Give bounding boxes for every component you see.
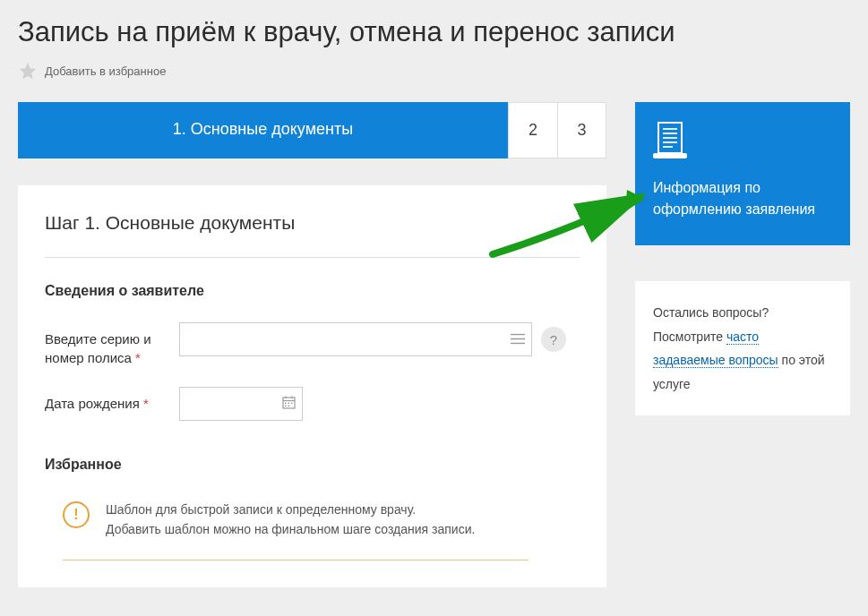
faq-text: Посмотрите часто задаваемые вопросы по э… [653,325,832,397]
help-button[interactable]: ? [541,327,566,352]
applicant-section-title: Сведения о заявителе [45,283,580,299]
main-column: 1. Основные документы 2 3 Шаг 1. Основны… [18,102,606,587]
info-card-title: Информация по оформлению заявления [653,177,832,220]
dob-input-container [179,387,303,421]
document-icon [653,120,832,163]
page-header: Запись на приём к врачу, отмена и перено… [0,0,868,88]
policy-input-container [179,322,532,356]
info-card[interactable]: Информация по оформлению заявления [635,102,850,245]
step-1-tab[interactable]: 1. Основные документы [18,102,508,158]
policy-input[interactable] [179,322,532,356]
sidebar: Информация по оформлению заявления Остал… [635,102,850,587]
favorites-block: Избранное ! Шаблон для быстрой записи к … [45,457,580,560]
policy-label: Введите серию и номер полиса * [45,322,179,367]
dob-label: Дата рождения * [45,387,179,413]
favorites-label: Добавить в избранное [45,64,166,78]
step-3-tab[interactable]: 3 [557,102,606,158]
dob-input-wrap [179,387,303,421]
hint-divider [63,560,529,560]
content: 1. Основные документы 2 3 Шаг 1. Основны… [0,88,868,587]
steps-bar: 1. Основные документы 2 3 [18,102,606,158]
hint-text: Шаблон для быстрой записи к определенном… [106,500,475,540]
dob-row: Дата рождения * [45,387,580,421]
svg-rect-18 [653,153,687,158]
step-2-tab[interactable]: 2 [508,102,557,158]
form-panel: Шаг 1. Основные документы Сведения о зая… [18,185,606,587]
policy-row: Введите серию и номер полиса * [45,322,580,367]
faq-card: Остались вопросы? Посмотрите часто задав… [635,281,850,415]
dob-input[interactable] [179,387,303,421]
page-title: Запись на приём к врачу, отмена и перено… [18,16,850,48]
hint-box: ! Шаблон для быстрой записи к определенн… [45,500,580,540]
faq-question: Остались вопросы? [653,301,832,325]
star-icon [18,61,38,81]
exclamation-icon: ! [63,501,90,528]
add-to-favorites[interactable]: Добавить в избранное [18,61,850,81]
policy-input-wrap: ? [179,322,566,356]
step-heading: Шаг 1. Основные документы [45,212,580,258]
favorites-title: Избранное [45,457,580,473]
